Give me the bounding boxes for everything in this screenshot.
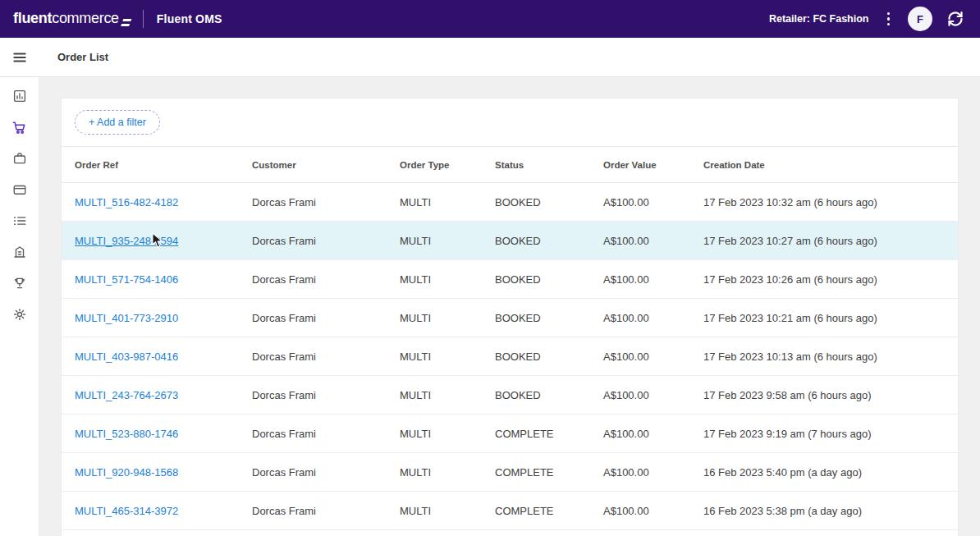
order-value-cell: A$100.00	[603, 196, 703, 208]
table-row[interactable]: MULTI_401-773-2910 Dorcas Frami MULTI BO…	[62, 299, 958, 337]
table-row[interactable]: MULTI_403-987-0416 Dorcas Frami MULTI BO…	[62, 337, 958, 376]
settings-gear-icon[interactable]	[12, 307, 27, 322]
locations-building-icon[interactable]	[12, 245, 27, 259]
retailer-label: Retailer: FC Fashion	[769, 13, 869, 25]
order-ref-link[interactable]: MULTI_523-880-1746	[75, 428, 178, 440]
column-header-order-ref: Order Ref	[75, 160, 252, 170]
order-value-cell: A$100.00	[603, 505, 703, 517]
logo-text-fluent: fluent	[13, 10, 52, 27]
creation-date-cell: 17 Feb 2023 10:26 am (6 hours ago)	[703, 273, 958, 286]
order-type-cell: MULTI	[400, 235, 495, 247]
main-content: + Add a filter Order Ref Customer Order …	[39, 77, 980, 536]
order-ref-link[interactable]: MULTI_243-764-2673	[75, 389, 178, 401]
customer-cell: Dorcas Frami	[252, 389, 400, 401]
logo-equals-icon	[121, 19, 131, 26]
table-body: MULTI_516-482-4182 Dorcas Frami MULTI BO…	[62, 183, 958, 530]
topbar-divider	[143, 10, 144, 28]
order-value-cell: A$100.00	[603, 466, 703, 479]
creation-date-cell: 17 Feb 2023 10:32 am (6 hours ago)	[703, 196, 958, 208]
order-value-cell: A$100.00	[603, 273, 703, 286]
status-cell: BOOKED	[495, 389, 603, 401]
creation-date-cell: 17 Feb 2023 10:21 am (6 hours ago)	[703, 312, 958, 324]
order-ref-link[interactable]: MULTI_920-948-1568	[75, 466, 178, 479]
app-name: Fluent OMS	[157, 12, 222, 25]
table-row[interactable]: MULTI_516-482-4182 Dorcas Frami MULTI BO…	[62, 183, 958, 222]
customer-cell: Dorcas Frami	[252, 505, 400, 517]
logo-text-commerce: commerce	[52, 10, 119, 27]
order-ref-link[interactable]: MULTI_516-482-4182	[75, 196, 178, 208]
avatar[interactable]: F	[908, 7, 932, 31]
fluent-commerce-logo[interactable]: fluentcommerce	[13, 10, 130, 28]
orders-cart-icon[interactable]	[11, 120, 27, 135]
table-row[interactable]: MULTI_935-248-2594 Dorcas Frami MULTI BO…	[62, 222, 958, 260]
order-ref-link[interactable]: MULTI_935-248-2594	[75, 235, 178, 247]
table-row[interactable]: MULTI_523-880-1746 Dorcas Frami MULTI CO…	[62, 415, 958, 453]
table-row[interactable]: MULTI_465-314-3972 Dorcas Frami MULTI CO…	[62, 492, 958, 530]
order-type-cell: MULTI	[400, 389, 495, 401]
order-type-cell: MULTI	[400, 350, 495, 363]
creation-date-cell: 16 Feb 2023 5:40 pm (a day ago)	[703, 466, 958, 479]
order-type-cell: MULTI	[400, 505, 495, 517]
customer-cell: Dorcas Frami	[252, 235, 400, 247]
status-cell: BOOKED	[495, 196, 603, 208]
creation-date-cell: 17 Feb 2023 10:13 am (6 hours ago)	[703, 350, 958, 363]
customer-cell: Dorcas Frami	[252, 312, 400, 324]
customer-cell: Dorcas Frami	[252, 196, 400, 208]
order-value-cell: A$100.00	[603, 350, 703, 363]
status-cell: COMPLETE	[495, 505, 603, 517]
status-cell: COMPLETE	[495, 466, 603, 479]
status-cell: BOOKED	[495, 273, 603, 286]
status-cell: BOOKED	[495, 350, 603, 363]
creation-date-cell: 17 Feb 2023 9:58 am (6 hours ago)	[703, 389, 958, 401]
customer-cell: Dorcas Frami	[252, 428, 400, 440]
table-row[interactable]: MULTI_920-948-1568 Dorcas Frami MULTI CO…	[62, 453, 958, 492]
page-header: Order List	[0, 38, 980, 77]
status-cell: BOOKED	[495, 312, 603, 324]
sidebar	[0, 77, 39, 536]
order-type-cell: MULTI	[400, 273, 495, 286]
inventory-briefcase-icon[interactable]	[12, 151, 27, 166]
column-header-customer: Customer	[252, 160, 400, 170]
creation-date-cell: 17 Feb 2023 9:19 am (7 hours ago)	[703, 428, 958, 440]
column-header-status: Status	[495, 160, 603, 170]
order-value-cell: A$100.00	[603, 312, 703, 324]
creation-date-cell: 17 Feb 2023 10:27 am (6 hours ago)	[703, 235, 958, 247]
table-row[interactable]: MULTI_571-754-1406 Dorcas Frami MULTI BO…	[62, 260, 958, 299]
dashboard-chart-icon[interactable]	[12, 89, 27, 103]
payments-card-icon[interactable]	[12, 182, 27, 197]
list-icon[interactable]	[12, 213, 27, 228]
table-header-row: Order Ref Customer Order Type Status Ord…	[62, 147, 958, 183]
page-title: Order List	[57, 51, 108, 63]
order-type-cell: MULTI	[400, 196, 495, 208]
column-header-order-type: Order Type	[400, 160, 495, 170]
order-list-card: + Add a filter Order Ref Customer Order …	[62, 98, 958, 536]
column-header-creation-date: Creation Date	[703, 160, 958, 170]
order-type-cell: MULTI	[400, 312, 495, 324]
order-ref-link[interactable]: MULTI_401-773-2910	[75, 312, 178, 324]
hamburger-menu-icon[interactable]	[0, 50, 39, 65]
promotions-trophy-icon[interactable]	[12, 276, 27, 291]
kebab-menu-icon[interactable]	[882, 9, 895, 30]
customer-cell: Dorcas Frami	[252, 466, 400, 479]
customer-cell: Dorcas Frami	[252, 273, 400, 286]
order-type-cell: MULTI	[400, 428, 495, 440]
order-value-cell: A$100.00	[603, 389, 703, 401]
add-filter-button[interactable]: + Add a filter	[75, 110, 160, 135]
order-ref-link[interactable]: MULTI_571-754-1406	[75, 273, 178, 286]
order-ref-link[interactable]: MULTI_403-987-0416	[75, 350, 178, 363]
status-cell: COMPLETE	[495, 428, 603, 440]
order-value-cell: A$100.00	[603, 428, 703, 440]
table-row[interactable]: MULTI_243-764-2673 Dorcas Frami MULTI BO…	[62, 376, 958, 415]
refresh-icon[interactable]	[946, 9, 965, 29]
customer-cell: Dorcas Frami	[252, 350, 400, 363]
order-value-cell: A$100.00	[603, 235, 703, 247]
creation-date-cell: 16 Feb 2023 5:38 pm (a day ago)	[703, 505, 958, 517]
status-cell: BOOKED	[495, 235, 603, 247]
top-bar: fluentcommerce Fluent OMS Retailer: FC F…	[0, 0, 980, 38]
order-ref-link[interactable]: MULTI_465-314-3972	[75, 505, 178, 517]
column-header-order-value: Order Value	[603, 160, 703, 170]
order-type-cell: MULTI	[400, 466, 495, 479]
filter-bar: + Add a filter	[62, 98, 958, 147]
